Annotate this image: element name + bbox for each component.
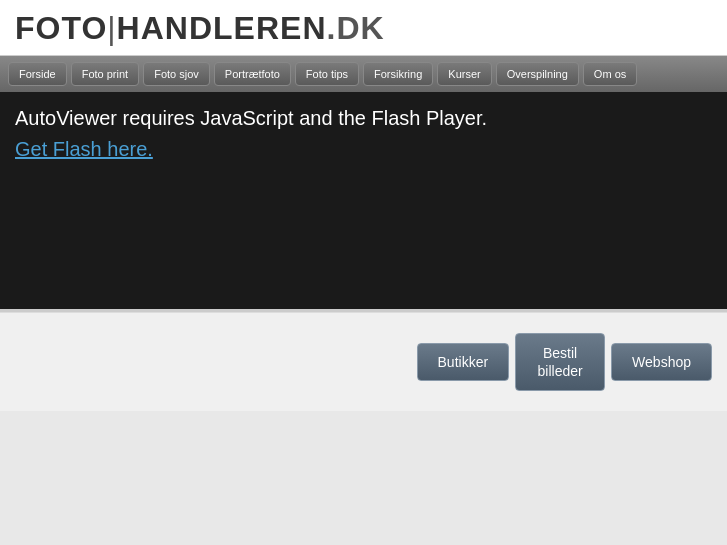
flash-content-area: AutoViewer requires JavaScript and the F… [0, 92, 727, 312]
webshop-button[interactable]: Webshop [611, 343, 712, 381]
logo: FOTO|HANDLEREN.DK [15, 10, 712, 47]
nav-overspilning[interactable]: Overspilning [496, 62, 579, 86]
nav-foto-sjov[interactable]: Foto sjov [143, 62, 210, 86]
nav-kurser[interactable]: Kurser [437, 62, 491, 86]
nav-forsikring[interactable]: Forsikring [363, 62, 433, 86]
nav-portraetfoto[interactable]: Portrætfoto [214, 62, 291, 86]
navigation: Forside Foto print Foto sjov Portrætfoto… [0, 56, 727, 92]
butikker-button[interactable]: Butikker [417, 343, 510, 381]
get-flash-link[interactable]: Get Flash here. [15, 138, 153, 160]
header: FOTO|HANDLEREN.DK [0, 0, 727, 56]
nav-om-os[interactable]: Om os [583, 62, 637, 86]
bottom-action-bar: Butikker Bestil billeder Webshop [0, 312, 727, 411]
flash-required-message: AutoViewer requires JavaScript and the F… [15, 107, 712, 130]
nav-forside[interactable]: Forside [8, 62, 67, 86]
nav-foto-tips[interactable]: Foto tips [295, 62, 359, 86]
bestil-billeder-button[interactable]: Bestil billeder [515, 333, 605, 391]
footer [0, 411, 727, 471]
nav-foto-print[interactable]: Foto print [71, 62, 139, 86]
